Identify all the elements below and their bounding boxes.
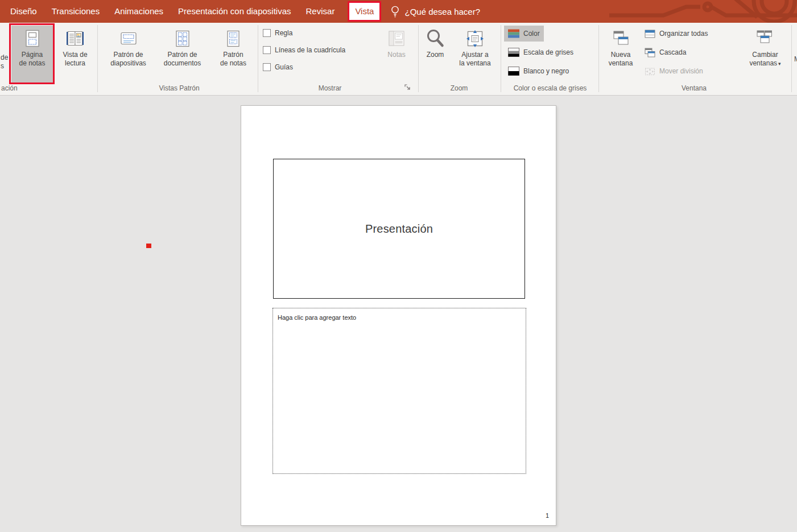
switch-windows-label: Cambiar	[752, 51, 778, 59]
checkbox-guias[interactable]: Guías	[263, 61, 293, 73]
guias-checkbox-box[interactable]	[263, 63, 271, 71]
group-divider	[258, 25, 258, 92]
color-swatch-icon	[508, 29, 519, 38]
color-label: Color	[523, 30, 540, 38]
cascade-button[interactable]: Cascada	[641, 44, 690, 60]
notes-page-view-button[interactable]: Página de notas	[11, 26, 53, 84]
group-label-presentation-views-cut: ación	[1, 84, 18, 92]
circuit-pattern-decoration	[609, 0, 797, 23]
mostrar-dialog-launcher-icon[interactable]	[404, 83, 411, 93]
notes-master-icon	[225, 27, 242, 51]
move-split-label: Mover división	[659, 67, 703, 75]
tell-me-box[interactable]: ¿Qué desea hacer?	[390, 5, 480, 18]
slide-thumbnail-placeholder[interactable]: Presentación	[273, 159, 525, 299]
group-label-zoom: Zoom	[422, 84, 496, 92]
handout-master-label: Patrón de	[167, 51, 197, 59]
group-label-color: Color o escala de grises	[503, 84, 597, 92]
group-divider	[501, 25, 501, 92]
switch-windows-button[interactable]: Cambiar ventanas▾	[741, 26, 789, 84]
tab-vista-active[interactable]: Vista	[348, 1, 381, 22]
macros-button-cut[interactable]: M	[794, 55, 797, 64]
move-split-button-disabled: Mover división	[641, 63, 707, 79]
tell-me-label: ¿Qué desea hacer?	[404, 7, 480, 17]
notes-placeholder-text: Haga clic para agregar texto	[278, 314, 356, 321]
notes-page: Presentación Haga clic para agregar text…	[241, 105, 556, 526]
zoom-label: Zoom	[427, 51, 444, 59]
red-marker-annotation	[146, 244, 151, 248]
new-window-label: Nueva	[611, 51, 631, 59]
fit-to-window-icon	[465, 27, 485, 51]
grayscale-mode-button[interactable]: Escala de grises	[504, 44, 577, 60]
arrange-all-icon	[645, 29, 655, 39]
zoom-magnifier-icon	[426, 27, 445, 51]
checkbox-lineas-cuadricula[interactable]: Líneas de la cuadrícula	[263, 44, 345, 56]
reading-view-button[interactable]: Vista de lectura	[55, 26, 95, 84]
reading-view-icon	[65, 27, 85, 51]
regla-label: Regla	[275, 29, 292, 37]
notes-page-label: Página	[22, 51, 43, 59]
cascade-icon	[645, 48, 655, 57]
reading-view-label: Vista de	[63, 51, 87, 59]
cuadricula-checkbox-box[interactable]	[263, 46, 271, 54]
tab-animaciones[interactable]: Animaciones	[107, 0, 171, 23]
ribbon-vista: de s Página de notas	[0, 23, 797, 96]
notes-master-button[interactable]: Patrón de notas	[211, 26, 255, 84]
arrange-all-button[interactable]: Organizar todas	[641, 26, 712, 42]
chevron-down-icon: ▾	[778, 61, 781, 67]
group-divider	[97, 25, 98, 92]
fit-to-window-button[interactable]: Ajustar a la ventana	[453, 26, 497, 84]
grayscale-label: Escala de grises	[523, 48, 573, 56]
move-split-icon	[645, 67, 655, 76]
powerpoint-window: Diseño Transiciones Animaciones Presenta…	[0, 0, 797, 532]
ribbon-tab-bar: Diseño Transiciones Animaciones Presenta…	[0, 0, 797, 23]
handout-master-icon	[174, 27, 191, 51]
black-white-label: Blanco y negro	[523, 67, 569, 75]
cascade-label: Cascada	[659, 48, 686, 56]
group-label-vistas-patron: Vistas Patrón	[102, 84, 256, 92]
switch-windows-icon	[755, 27, 775, 51]
black-white-swatch-icon	[508, 67, 519, 76]
zoom-button[interactable]: Zoom	[421, 26, 449, 84]
tab-diseno[interactable]: Diseño	[3, 0, 44, 23]
tab-presentacion-con-diapositivas[interactable]: Presentación con diapositivas	[171, 0, 298, 23]
group-label-ventana: Ventana	[643, 84, 745, 92]
tab-transiciones[interactable]: Transiciones	[44, 0, 107, 23]
new-window-button[interactable]: Nueva ventana	[604, 26, 638, 84]
notas-icon	[386, 27, 407, 51]
slide-master-button[interactable]: Patrón de diapositivas	[102, 26, 154, 84]
document-canvas: Presentación Haga clic para agregar text…	[0, 96, 797, 532]
group-divider	[791, 25, 792, 92]
group-divider	[598, 25, 599, 92]
group-divider	[418, 25, 419, 92]
slide-master-label: Patrón de	[113, 51, 143, 59]
regla-checkbox-box[interactable]	[263, 29, 271, 37]
fit-to-window-label: Ajustar a	[461, 51, 488, 59]
slide-master-icon	[119, 27, 138, 51]
color-mode-button[interactable]: Color	[504, 26, 544, 42]
black-white-mode-button[interactable]: Blanco y negro	[504, 63, 573, 79]
notas-button-disabled: Notas	[380, 26, 413, 84]
cuadricula-label: Líneas de la cuadrícula	[275, 46, 345, 54]
new-window-icon	[611, 27, 630, 51]
notes-master-label: Patrón	[223, 51, 243, 59]
grayscale-swatch-icon	[508, 48, 519, 57]
cut-off-view-button[interactable]: de s	[1, 53, 8, 71]
page-number: 1	[546, 512, 549, 519]
notes-page-icon	[23, 27, 42, 51]
lightbulb-icon	[390, 5, 400, 18]
group-label-mostrar: Mostrar	[263, 84, 397, 92]
checkbox-regla[interactable]: Regla	[263, 27, 292, 39]
handout-master-button[interactable]: Patrón de documentos	[155, 26, 210, 84]
guias-label: Guías	[275, 63, 293, 71]
arrange-all-label: Organizar todas	[659, 30, 708, 38]
tab-revisar[interactable]: Revisar	[299, 0, 342, 23]
notas-label: Notas	[387, 51, 405, 59]
slide-title-text: Presentación	[365, 222, 433, 236]
notes-text-placeholder[interactable]: Haga clic para agregar texto	[272, 308, 526, 474]
